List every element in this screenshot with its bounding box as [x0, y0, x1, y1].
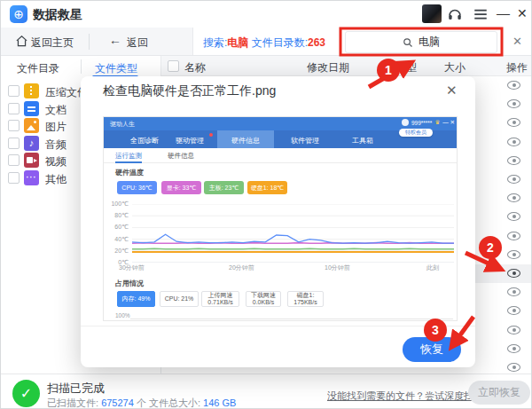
xtick: 10分钟前 — [325, 263, 350, 272]
ytick: 100℃ — [109, 201, 129, 208]
checkbox[interactable] — [8, 138, 20, 149]
other-icon — [24, 170, 39, 185]
preview-eye-icon[interactable] — [507, 363, 520, 372]
subtab-underline — [115, 161, 142, 163]
column-operation[interactable]: 操作 — [506, 60, 528, 75]
column-type[interactable]: 类型 — [395, 60, 417, 75]
search-summary: 搜索:电脑 文件目录数:263 — [203, 35, 325, 51]
usage-cpu: CPU: 21% — [160, 291, 199, 307]
statusbar: ✓ 扫描已完成 已扫描文件: 675274 个 文件总大小: 146 GB 没能… — [1, 374, 532, 409]
xtick: 20分钟前 — [229, 263, 254, 272]
preview-eye-icon[interactable] — [507, 118, 520, 127]
ytick: 60℃ — [109, 224, 129, 231]
recover-now-button[interactable]: 立即恢复 — [468, 381, 530, 405]
board-temp-pill: 主板: 23℃ — [204, 181, 244, 194]
preview-eye-icon[interactable] — [507, 232, 520, 240]
xtick: 此刻 — [426, 263, 439, 272]
search-icon — [403, 37, 413, 48]
divider — [81, 326, 475, 326]
divider — [89, 34, 90, 50]
preview-eye-icon[interactable] — [507, 81, 520, 90]
headset-icon[interactable] — [447, 6, 463, 22]
step-2-number: 2 — [487, 240, 494, 255]
column-modified-date[interactable]: 修改日期 — [307, 60, 349, 75]
preview-eye-icon[interactable] — [507, 99, 520, 108]
recover-button[interactable]: 恢复 — [403, 337, 461, 362]
menu-icon[interactable] — [473, 6, 489, 22]
step-2-badge — [479, 236, 502, 259]
preview-subtabs: 运行监测 硬件信息 — [104, 148, 458, 163]
document-icon — [24, 101, 39, 116]
file-preview-image: 驱动人生 999*****♛— ✕ 特权会员 全面诊断 驱动管理 硬件信息 软件… — [103, 116, 458, 321]
checkbox[interactable] — [8, 172, 20, 184]
temperature-section-title: 硬件温度 — [115, 168, 144, 177]
partial-chart-line — [130, 319, 453, 319]
preview-eye-icon[interactable] — [507, 287, 520, 296]
home-button[interactable]: 返回主页 — [31, 35, 74, 51]
notification-dot — [209, 133, 213, 137]
preview-eye-icon[interactable] — [507, 306, 520, 315]
column-name[interactable]: 名称 — [184, 60, 206, 75]
preview-tab-diagnosis: 全面诊断 — [130, 136, 159, 146]
modal-close-icon[interactable]: ✕ — [446, 83, 458, 98]
search-input[interactable]: 电脑 — [345, 31, 497, 53]
preview-eye-icon[interactable] — [507, 326, 520, 334]
preview-eye-icon[interactable] — [507, 269, 520, 278]
deep-scan-link[interactable]: 没能找到需要的文件？尝试深度扫描 — [327, 389, 483, 403]
search-value: 电脑 — [419, 35, 440, 50]
preview-eye-icon[interactable] — [507, 156, 520, 165]
minimize-button[interactable]: — — [497, 5, 510, 20]
usage-section-title: 占用情况 — [115, 279, 144, 288]
scan-complete-check-icon: ✓ — [12, 380, 40, 407]
preview-avatar — [402, 119, 409, 126]
preview-eye-icon[interactable] — [507, 344, 520, 353]
privilege-badge: 特权会员 — [399, 129, 433, 137]
preview-eye-icon[interactable] — [507, 175, 520, 184]
checkbox[interactable] — [8, 120, 20, 131]
preview-window-controls: 999*****♛— ✕ — [402, 119, 455, 126]
close-button[interactable]: ✕ — [517, 6, 528, 20]
video-icon — [24, 153, 39, 168]
checkbox[interactable] — [8, 85, 20, 97]
home-icon[interactable] — [15, 35, 28, 48]
preview-tab-hardware: 硬件信息 — [231, 136, 260, 146]
image-icon — [24, 118, 39, 133]
titlebar: ⊕ 数据救星 — ✕ — [1, 1, 532, 28]
crown-icon: ♛ — [434, 119, 440, 126]
preview-eye-icon[interactable] — [507, 138, 520, 146]
tab-file-type[interactable]: 文件类型 — [95, 61, 137, 76]
app-title: 数据救星 — [33, 7, 82, 23]
select-all-checkbox[interactable] — [168, 60, 179, 72]
usage-upload: 上传网速0.71KB/s — [201, 291, 239, 307]
audio-icon — [24, 136, 39, 151]
preview-app-title: 驱动人生 — [110, 120, 135, 129]
cpu-temp-pill: CPU: 36℃ — [117, 181, 157, 194]
preview-tab-drivers: 驱动管理 — [176, 136, 204, 146]
checkbox[interactable] — [8, 154, 20, 166]
tab-file-directory[interactable]: 文件目录 — [17, 61, 59, 76]
app-window: ⊕ 数据救星 — ✕ 返回主页 ← 返回 搜索:电脑 文件目录数:263 电脑 — [0, 0, 532, 409]
usage-disk: 磁盘1:175KB/s — [287, 291, 324, 307]
xtick: 30分钟前 — [119, 263, 145, 272]
clear-search-icon[interactable]: ✕ — [512, 35, 522, 48]
divider — [81, 59, 82, 74]
ytick: 80℃ — [109, 212, 129, 219]
subtab-monitor: 运行监测 — [115, 152, 142, 161]
partial-chart-label: 100% — [115, 312, 130, 319]
subtab-hardware-info: 硬件信息 — [168, 152, 194, 161]
preview-eye-icon[interactable] — [507, 250, 520, 259]
preview-tab-software: 软件管理 — [291, 136, 319, 146]
preview-eye-icon[interactable] — [507, 193, 520, 202]
app-logo-icon: ⊕ — [10, 5, 27, 23]
gpu-temp-pill: 显卡: 33℃ — [161, 181, 201, 194]
checkbox[interactable] — [8, 103, 20, 114]
preview-eye-icon[interactable] — [507, 212, 520, 221]
back-arrow-icon[interactable]: ← — [109, 33, 121, 47]
avatar[interactable] — [422, 4, 442, 23]
table-header: 名称 修改日期 类型 大小 操作 — [161, 56, 532, 76]
back-button[interactable]: 返回 — [127, 35, 148, 51]
disk-temp-pill: 硬盘1: 18℃ — [247, 181, 287, 194]
modal-title: 检查电脑硬件是否正常工作.png — [103, 83, 276, 99]
scan-detail: 已扫描文件: 675274 个 文件总大小: 146 GB — [47, 397, 236, 409]
column-size[interactable]: 大小 — [444, 60, 466, 75]
